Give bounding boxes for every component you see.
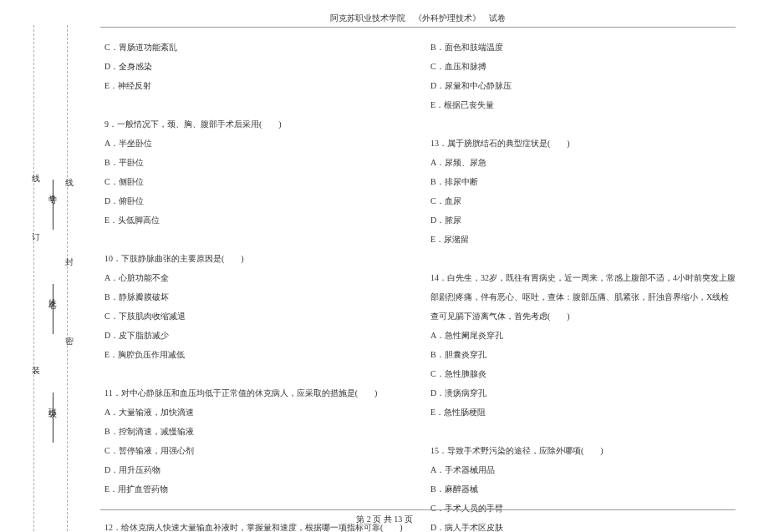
list-item xyxy=(104,95,410,114)
list-item: A．半坐卧位 xyxy=(104,134,410,153)
binding-margin: 班级 姓名 学号 密 封 线 装 订 线 xyxy=(13,0,96,532)
list-item: C．血压和脉搏 xyxy=(430,57,736,76)
list-item xyxy=(430,114,736,134)
list-item: D．俯卧位 xyxy=(104,191,410,210)
list-item: D．溃疡病穿孔 xyxy=(430,383,736,403)
list-item: B．静脉瓣膜破坏 xyxy=(104,287,410,307)
list-item: E．用扩血管药物 xyxy=(104,479,410,499)
list-item: C．胃肠道功能紊乱 xyxy=(104,38,410,57)
list-item xyxy=(430,422,736,441)
list-item: B．平卧位 xyxy=(104,153,410,172)
list-item: B．面色和肢端温度 xyxy=(430,38,736,57)
page-footer: 第 2 页 共 13 页 xyxy=(0,509,769,525)
right-column: B．面色和肢端温度 C．血压和脉搏 D．尿量和中心静脉压 E．根据已丧失量 13… xyxy=(426,38,736,532)
list-item: C．暂停输液，用强心剂 xyxy=(104,441,410,460)
list-item: E．急性肠梗阻 xyxy=(430,403,736,422)
name-field-line xyxy=(53,284,53,334)
list-item: B．排尿中断 xyxy=(430,172,736,191)
page-header-title: 阿克苏职业技术学院 《外科护理技术》 试卷 xyxy=(100,13,736,27)
id-field-line xyxy=(53,180,53,230)
left-column: C．胃肠道功能紊乱 D．全身感染 E．神经反射 9．一般情况下，颈、胸、腹部手术… xyxy=(100,38,410,532)
list-item: D．尿量和中心静脉压 xyxy=(430,76,736,95)
list-item xyxy=(104,364,410,383)
list-item: C．急性胰腺炎 xyxy=(430,364,736,383)
list-item: A．尿频、尿急 xyxy=(430,153,736,172)
footer-divider xyxy=(100,509,736,510)
content-area: C．胃肠道功能紊乱 D．全身感染 E．神经反射 9．一般情况下，颈、胸、腹部手术… xyxy=(100,38,736,532)
list-item xyxy=(430,249,736,268)
list-item: 9．一般情况下，颈、胸、腹部手术后采用( ) xyxy=(104,114,410,134)
list-item: C．下肢肌肉收缩减退 xyxy=(104,307,410,326)
list-item: A．手术器械用品 xyxy=(430,460,736,479)
list-item: B．控制滴速，减慢输液 xyxy=(104,422,410,441)
list-item: B．麻醉器械 xyxy=(430,479,736,499)
id-label: 学号 xyxy=(46,188,58,191)
list-item: C．血尿 xyxy=(430,191,736,210)
list-item: 15．导致手术野污染的途径，应除外哪项( ) xyxy=(430,441,736,460)
list-item: 13．属于膀胱结石的典型症状是( ) xyxy=(430,134,736,153)
list-item: A．大量输液，加快滴速 xyxy=(104,403,410,422)
list-item: B．胆囊炎穿孔 xyxy=(430,345,736,364)
list-item: D．皮下脂肪减少 xyxy=(104,326,410,345)
list-item xyxy=(104,230,410,249)
list-item: 14．白先生，32岁，既往有胃病史，近一周来，常感上腹部不适，4小时前突发上腹部… xyxy=(430,268,736,326)
list-item: E．神经反射 xyxy=(104,76,410,95)
header-divider xyxy=(100,27,736,28)
list-item: E．头低脚高位 xyxy=(104,210,410,230)
list-item: 11．对中心静脉压和血压均低于正常值的休克病人，应采取的措施是( ) xyxy=(104,383,410,403)
list-item: A．急性阑尾炎穿孔 xyxy=(430,326,736,345)
list-item: D．全身感染 xyxy=(104,57,410,76)
list-item: E．胸腔负压作用减低 xyxy=(104,345,410,364)
list-item: E．根据已丧失量 xyxy=(430,95,736,114)
outer-dashed-line xyxy=(33,25,34,532)
list-item: 10．下肢静脉曲张的主要原因是( ) xyxy=(104,249,410,268)
list-item: D．脓尿 xyxy=(430,210,736,230)
name-label: 姓名 xyxy=(46,292,58,296)
list-item: E．尿潴留 xyxy=(430,230,736,249)
list-item: C．侧卧位 xyxy=(104,172,410,191)
class-field-line xyxy=(53,393,53,443)
list-item: A．心脏功能不全 xyxy=(104,268,410,287)
inner-dashed-line xyxy=(67,25,68,532)
class-label: 班级 xyxy=(46,401,58,404)
list-item: D．用升压药物 xyxy=(104,460,410,479)
page-number: 第 2 页 共 13 页 xyxy=(356,514,413,524)
